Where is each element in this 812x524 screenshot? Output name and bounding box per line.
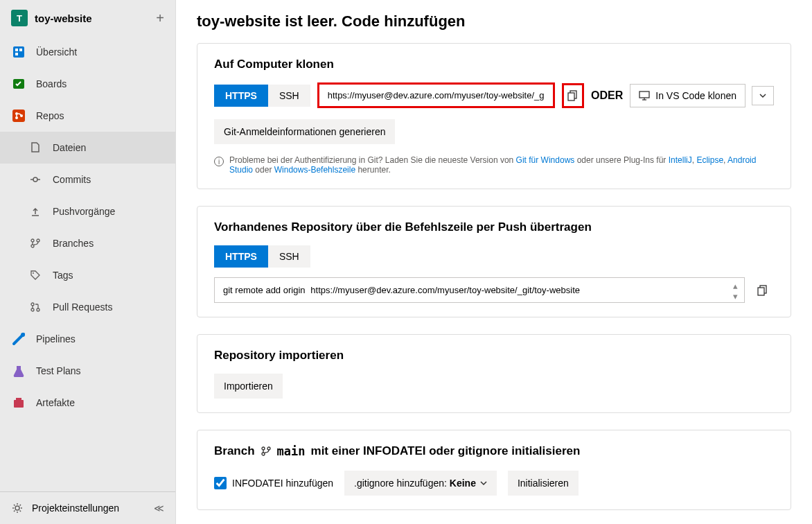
sidebar-item-test-plans[interactable]: Test Plans <box>0 355 175 387</box>
info-icon: i <box>214 157 224 166</box>
pull-request-icon <box>28 299 43 315</box>
sidebar-header: T toy-website + <box>0 0 175 36</box>
copy-push-cmd-button[interactable] <box>752 278 774 303</box>
monitor-icon <box>639 90 650 101</box>
tab-ssh[interactable]: SSH <box>268 85 310 107</box>
sidebar-item-pull-requests[interactable]: Pull Requests <box>0 291 175 323</box>
sidebar-item-label: Artefakte <box>36 397 75 408</box>
sidebar-item-overview[interactable]: Übersicht <box>0 36 175 68</box>
svg-point-19 <box>21 333 25 337</box>
svg-point-6 <box>15 112 18 115</box>
clone-row: HTTPS SSH ODER In VS Code klonen <box>214 82 774 108</box>
branch-name: main <box>277 444 306 458</box>
sidebar-item-label: Übersicht <box>36 46 77 58</box>
svg-point-32 <box>267 447 270 450</box>
readme-checkbox[interactable] <box>214 477 227 489</box>
test-plans-icon <box>11 363 26 378</box>
project-name[interactable]: toy-website <box>35 12 149 24</box>
push-command-box[interactable]: git remote add origin https://myuser@dev… <box>214 277 745 303</box>
new-project-icon[interactable]: + <box>156 10 164 26</box>
readme-label: INFODATEI hinzufügen <box>232 478 333 489</box>
svg-rect-29 <box>758 288 764 295</box>
clone-in-vscode-button[interactable]: In VS Code klonen <box>630 84 745 107</box>
eclipse-link[interactable]: Eclipse <box>696 155 723 165</box>
sidebar-item-tags[interactable]: Tags <box>0 259 175 291</box>
init-heading-post: mit einer INFODATEI oder gitignore initi… <box>311 444 581 458</box>
pipelines-icon <box>11 331 26 347</box>
svg-rect-3 <box>15 53 18 55</box>
copy-icon <box>757 285 768 296</box>
sidebar-item-repos[interactable]: Repos <box>0 100 175 132</box>
windows-cli-link[interactable]: Windows-Befehlszeile <box>274 165 355 175</box>
branches-icon <box>28 236 43 251</box>
tab-https[interactable]: HTTPS <box>214 85 268 107</box>
sidebar-item-branches[interactable]: Branches <box>0 227 175 259</box>
svg-point-16 <box>31 303 34 306</box>
sidebar: T toy-website + Übersicht Boards Repos D… <box>0 0 176 524</box>
gitignore-dropdown[interactable]: .gitignore hinzufügen: Keine <box>344 471 497 496</box>
tab-https[interactable]: HTTPS <box>214 245 268 268</box>
copy-icon <box>567 90 579 101</box>
clone-url-input[interactable] <box>317 82 555 108</box>
git-windows-link[interactable]: Git für Windows <box>516 155 575 165</box>
svg-point-13 <box>31 245 34 247</box>
scrollbar-stub[interactable]: ▴▾ <box>733 281 741 299</box>
sidebar-item-label: Pipelines <box>36 333 76 344</box>
svg-point-7 <box>15 116 18 119</box>
sidebar-item-label: Dateien <box>53 142 86 153</box>
svg-rect-0 <box>13 46 24 58</box>
tags-icon <box>28 268 43 283</box>
initialize-button[interactable]: Initialisieren <box>508 471 579 496</box>
copy-clone-url-button[interactable] <box>562 83 584 108</box>
push-panel: Vorhandenes Repository über die Befehlsz… <box>197 206 791 317</box>
svg-rect-21 <box>16 398 21 401</box>
push-cmd-url: https://myuser@dev.azure.com/myuser/toy-… <box>310 285 580 295</box>
files-icon <box>28 140 43 155</box>
sidebar-item-pipelines[interactable]: Pipelines <box>0 323 175 355</box>
chevron-down-icon <box>480 480 487 487</box>
push-icon <box>28 204 43 219</box>
collapse-sidebar-icon[interactable]: ≪ <box>154 503 164 514</box>
clone-heading: Auf Computer klonen <box>214 58 774 71</box>
commits-icon <box>28 172 43 187</box>
push-protocol-tabs: HTTPS SSH <box>214 245 774 268</box>
repos-icon <box>11 108 26 123</box>
svg-rect-1 <box>15 49 18 51</box>
svg-point-12 <box>31 239 34 242</box>
svg-point-22 <box>15 506 19 510</box>
import-heading: Repository importieren <box>214 349 774 363</box>
sidebar-item-label: Commits <box>53 174 91 185</box>
sidebar-item-files[interactable]: Dateien <box>0 132 175 164</box>
sidebar-item-pushes[interactable]: Pushvorgänge <box>0 195 175 227</box>
clone-protocol-tabs: HTTPS SSH <box>214 85 310 107</box>
generate-git-credentials-button[interactable]: Git-Anmeldeinformationen generieren <box>214 119 395 144</box>
branch-icon <box>261 446 272 457</box>
svg-point-9 <box>33 177 37 182</box>
svg-point-18 <box>37 308 39 311</box>
main-content: toy-website ist leer. Code hinzufügen Au… <box>176 0 812 524</box>
vscode-dropdown-chevron[interactable] <box>752 86 774 105</box>
clone-panel: Auf Computer klonen HTTPS SSH ODER In VS… <box>197 43 791 189</box>
sidebar-item-label: Pull Requests <box>53 302 112 313</box>
sidebar-item-label: Tags <box>53 270 73 281</box>
tab-ssh[interactable]: SSH <box>268 245 310 268</box>
sidebar-item-label: Pushvorgänge <box>53 206 115 217</box>
init-panel: Branch main mit einer INFODATEI oder git… <box>197 430 791 510</box>
import-button[interactable]: Importieren <box>214 374 283 399</box>
svg-rect-24 <box>568 93 574 101</box>
svg-point-31 <box>262 453 265 455</box>
artifacts-icon <box>11 395 26 410</box>
sidebar-item-artifacts[interactable]: Artefakte <box>0 387 175 419</box>
sidebar-item-commits[interactable]: Commits <box>0 164 175 195</box>
readme-checkbox-wrap[interactable]: INFODATEI hinzufügen <box>214 477 333 489</box>
project-badge: T <box>11 10 28 26</box>
sidebar-item-boards[interactable]: Boards <box>0 68 175 100</box>
page-title: toy-website ist leer. Code hinzufügen <box>197 12 791 30</box>
sidebar-footer[interactable]: Projekteinstellungen ≪ <box>0 491 175 524</box>
sidebar-nav: Übersicht Boards Repos Dateien Commits P… <box>0 36 175 491</box>
import-panel: Repository importieren Importieren <box>197 334 791 413</box>
intellij-link[interactable]: IntelliJ <box>669 155 692 165</box>
push-cmd-prefix: git remote add origin <box>223 285 306 295</box>
svg-point-14 <box>37 239 39 242</box>
or-label: ODER <box>591 89 623 102</box>
